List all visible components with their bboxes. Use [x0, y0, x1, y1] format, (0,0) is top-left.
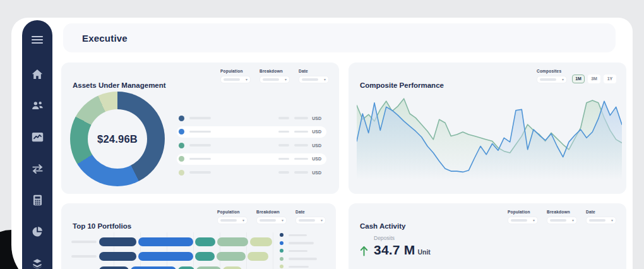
placeholder-bar: [289, 250, 307, 253]
range-toggle: 1M3M1Y: [572, 75, 616, 83]
filter-label: Population: [220, 69, 251, 73]
legend-item[interactable]: [280, 239, 317, 248]
range-button-1y[interactable]: 1Y: [604, 75, 616, 83]
placeholder-bar: [289, 234, 307, 237]
filter-group-composites: Composites▾: [537, 69, 567, 83]
placeholder-bar: [294, 117, 308, 119]
sidebar-item-calculator[interactable]: [30, 193, 45, 207]
filter-label: Date: [295, 210, 326, 214]
filter-select-breakdown[interactable]: ▾: [547, 217, 577, 224]
sidebar-item-transfers[interactable]: [30, 162, 45, 176]
cash-filters: Population▾Breakdown▾Date▾: [508, 210, 616, 224]
sidebar-item-clients[interactable]: [30, 99, 45, 112]
bar-row[interactable]: [71, 266, 279, 269]
card-top-10-portfolios: Top 10 Portfolios Population▾Breakdown▾D…: [61, 203, 336, 269]
metric-column: Deposits 34.7 M Unit: [374, 235, 431, 258]
row-label-placeholder: [71, 241, 97, 244]
filter-group-date: Date▾: [586, 210, 616, 224]
card-assets-under-management: Assets Under Management Population▾Break…: [61, 63, 339, 194]
row-label-placeholder: [71, 255, 97, 258]
stacked-bar: [99, 266, 242, 269]
top10-filters: Population▾Breakdown▾Date▾: [217, 210, 326, 224]
aum-legend-row[interactable]: USD: [177, 112, 326, 124]
aum-legend-row[interactable]: USD: [177, 167, 326, 178]
filter-select-population[interactable]: ▾: [508, 217, 538, 224]
range-button-1m[interactable]: 1M: [572, 75, 585, 83]
placeholder-bar: [550, 219, 566, 222]
legend-dot: [280, 257, 283, 261]
legend-dot: [280, 249, 283, 253]
aum-legend-row[interactable]: USD: [177, 126, 326, 138]
bar-segment: [217, 252, 246, 261]
sidebar-item-home[interactable]: [30, 67, 45, 81]
transfers-icon: [32, 164, 44, 174]
aum-donut-hole: $24.96B: [88, 109, 147, 169]
legend-dot: [179, 156, 184, 162]
filter-group-population: Population▾: [217, 210, 247, 224]
placeholder-bar: [278, 117, 289, 119]
placeholder-bar: [294, 144, 308, 146]
range-button-3m[interactable]: 3M: [588, 75, 600, 83]
placeholder-bar: [259, 219, 276, 222]
filter-select-date[interactable]: ▾: [299, 76, 329, 83]
placeholder-bar: [294, 131, 308, 133]
card-title: Cash Activity: [360, 222, 405, 230]
top10-rows: [71, 237, 279, 269]
menu-button[interactable]: [30, 33, 45, 47]
bar-segment: [195, 237, 215, 246]
bar-row[interactable]: [71, 252, 279, 261]
bar-segment: [131, 266, 176, 269]
filter-label: Population: [508, 210, 538, 214]
bar-segment: [247, 252, 268, 261]
placeholder-bar: [299, 219, 315, 222]
placeholder-bar: [294, 171, 308, 174]
currency-label: USD: [312, 116, 321, 121]
sidebar-item-allocation[interactable]: [30, 225, 45, 239]
chevron-down-icon: ▾: [533, 218, 535, 222]
legend-item[interactable]: [280, 231, 317, 239]
filter-select-population[interactable]: ▾: [220, 76, 251, 83]
performance-chart-icon: [32, 132, 44, 142]
filter-select-breakdown[interactable]: ▾: [256, 217, 287, 224]
legend-dot: [179, 129, 184, 134]
menu-icon: [31, 35, 44, 45]
composite-controls: Composites▾ 1M3M1Y: [537, 69, 616, 83]
placeholder-bar: [189, 158, 211, 160]
filter-select-date[interactable]: ▾: [295, 217, 326, 224]
filter-select-population[interactable]: ▾: [217, 217, 247, 224]
sidebar-item-holdings[interactable]: [30, 256, 45, 269]
filter-select-date[interactable]: ▾: [586, 217, 616, 224]
bar-segment: [250, 237, 272, 246]
chevron-down-icon: ▾: [242, 218, 244, 222]
card-composite-performance: Composite Performance Composites▾ 1M3M1Y: [349, 63, 626, 194]
bar-row[interactable]: [71, 237, 279, 246]
filter-select-breakdown[interactable]: ▾: [259, 76, 290, 83]
metric-row: 34.7 M Unit: [374, 242, 431, 258]
sidebar-item-performance[interactable]: [30, 130, 45, 144]
aum-legend-row[interactable]: USD: [177, 153, 326, 165]
holdings-layers-icon: [32, 258, 43, 269]
bar-segment: [99, 266, 129, 269]
chevron-down-icon: ▾: [246, 78, 247, 81]
filter-label: Composites: [537, 69, 567, 73]
filter-label: Date: [586, 210, 616, 214]
legend-dot: [179, 143, 184, 148]
placeholder-bar: [589, 219, 605, 222]
filter-select-composites[interactable]: ▾: [537, 76, 567, 83]
filter-label: Breakdown: [547, 210, 577, 214]
filter-group-breakdown: Breakdown▾: [259, 69, 290, 83]
legend-item[interactable]: [280, 263, 317, 269]
filter-group-date: Date▾: [295, 210, 326, 224]
top10-legend: [280, 231, 317, 269]
filter-group-population: Population▾: [220, 69, 251, 83]
placeholder-bar: [263, 78, 279, 81]
aum-legend-row[interactable]: USD: [177, 140, 326, 151]
composite-filters: Composites▾: [537, 69, 567, 83]
main-canvas: Executive Assets Under Management Popula…: [11, 18, 633, 269]
page-title: Executive: [82, 33, 128, 44]
legend-dot: [280, 233, 283, 237]
deposits-metric: Deposits 34.7 M Unit: [360, 235, 431, 258]
legend-item[interactable]: [280, 247, 317, 255]
aum-donut: $24.96B: [70, 92, 165, 186]
legend-item[interactable]: [280, 255, 317, 263]
